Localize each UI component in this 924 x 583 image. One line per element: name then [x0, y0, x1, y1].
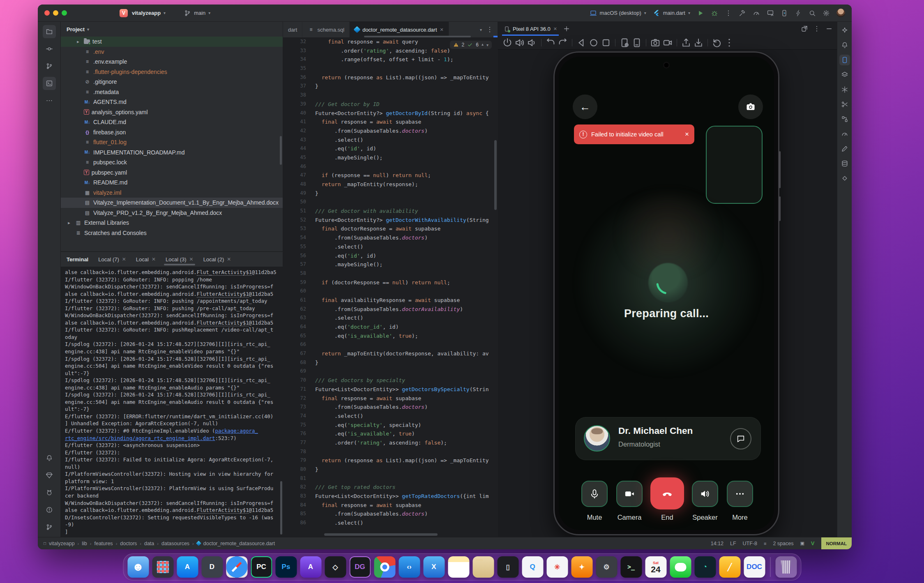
dock-item-settings[interactable]: ⚙ [596, 556, 617, 578]
breadcrumb-item[interactable]: data [144, 541, 154, 546]
dock-item-discord[interactable]: D [201, 556, 223, 578]
services-icon[interactable] [43, 469, 56, 482]
device-mirror-icon[interactable] [781, 9, 788, 17]
tree-item-vitalyze-prd-v1-2-by-engr-mejba-ahmed-docx[interactable]: ▤Vitalyze_PRD_v1.2_By_Engr_Mejba_Ahmed.d… [61, 208, 283, 218]
running-devices-icon[interactable] [839, 55, 850, 65]
snapshots-icon[interactable] [712, 38, 722, 48]
dock-item-launchpad[interactable] [152, 556, 173, 578]
tree-item-flutter-01-log[interactable]: ≡flutter_01.log [61, 137, 283, 147]
terminal-tab[interactable]: Terminal [67, 252, 88, 267]
chevron-down-icon[interactable]: ▾ [486, 43, 488, 47]
close-tab-icon[interactable]: ✕ [553, 26, 557, 32]
resource-manager-icon[interactable] [839, 143, 850, 154]
energy-profiler-icon[interactable] [795, 9, 802, 17]
mute-button[interactable] [581, 481, 608, 507]
version-control-icon[interactable] [43, 60, 56, 73]
run-config-selector[interactable]: main.dart ▾ [653, 9, 690, 17]
breadcrumb-item[interactable]: doctors [120, 541, 137, 546]
tree-item-external-libraries[interactable]: ▸▥External Libraries [61, 218, 283, 228]
terminal-tab[interactable]: Local✕ [136, 252, 156, 267]
error-toast[interactable]: ! Failed to initialize video call × [574, 124, 694, 144]
indent-setting[interactable]: 2 spaces [773, 541, 793, 546]
power-icon[interactable] [502, 38, 513, 48]
dock-item-unity[interactable]: ◇ [325, 556, 346, 578]
tree-item-test[interactable]: ▸test [61, 37, 283, 47]
scrollbar[interactable] [494, 140, 497, 210]
device-manager-icon[interactable] [839, 69, 850, 80]
notifications-icon[interactable] [43, 452, 56, 465]
tree-item-analysis-options-yaml[interactable]: Yanalysis_options.yaml [61, 107, 283, 118]
nav-home-icon[interactable] [588, 38, 599, 48]
app-inspection-icon[interactable] [839, 99, 850, 110]
dock-item-trash[interactable] [775, 556, 797, 578]
volume-up-icon[interactable] [514, 38, 525, 48]
tree-item-readme-md[interactable]: M↓README.md [61, 177, 283, 188]
device-target-selector[interactable]: macOS (desktop) ▾ [590, 9, 646, 17]
dock-item-vscode[interactable]: ‹› [399, 556, 420, 578]
dock-item-quicktime[interactable]: Q [522, 556, 543, 578]
tree-item-implementation-roadmap-md[interactable]: M↓IMPLEMENTATION_ROADMAP.md [61, 147, 283, 158]
tree-item--metadata[interactable]: ≡.metadata [61, 87, 283, 97]
share-icon[interactable] [681, 38, 691, 48]
ai-assistant-icon[interactable] [839, 25, 850, 36]
end-button[interactable] [650, 477, 684, 509]
screen-record-icon[interactable] [662, 38, 673, 48]
close-tab-icon[interactable]: ✕ [122, 256, 126, 262]
nav-back-icon[interactable] [576, 38, 587, 48]
minimize-button[interactable] [53, 10, 58, 16]
terminal-output[interactable]: alse callback=io.flutter.embedding.andro… [61, 267, 283, 537]
settings-icon[interactable] [823, 9, 830, 17]
logcat-icon[interactable] [839, 114, 850, 124]
toast-close-icon[interactable]: × [685, 130, 689, 138]
dock-item-app-store[interactable]: A [177, 556, 198, 578]
dock-item-messages[interactable] [670, 556, 691, 578]
dock-item-datagrip[interactable]: DG [349, 556, 371, 578]
profiler-icon[interactable] [753, 9, 760, 17]
dock-item-finder[interactable]: ☻ [127, 556, 149, 578]
close-button[interactable] [44, 10, 50, 16]
dock-item-xcode[interactable]: X [423, 556, 445, 578]
notifications-icon[interactable] [839, 40, 850, 51]
tree-item-firebase-json[interactable]: {}firebase.json [61, 127, 283, 138]
chevron-down-icon[interactable]: ▾ [480, 28, 482, 32]
code-area[interactable]: 32 final response = await query33 .order… [283, 37, 498, 537]
chat-button[interactable] [730, 428, 751, 449]
tree-item--flutter-plugins-dependencies[interactable]: ≡.flutter-plugins-dependencies [61, 67, 283, 77]
editor-more-icon[interactable] [486, 26, 493, 33]
inspections-widget[interactable]: 2 6 ▾ ▾ [450, 41, 492, 49]
terminal-tab[interactable]: Local (2)✕ [203, 252, 231, 267]
close-tab-icon[interactable]: ✕ [152, 256, 156, 262]
search-icon[interactable] [809, 9, 816, 17]
git-icon[interactable] [43, 521, 56, 534]
dock-item-affinity[interactable]: A [300, 556, 321, 578]
tree-item--env[interactable]: ≡.env [61, 47, 283, 57]
dock-item-chrome[interactable] [374, 556, 395, 578]
tree-item--gitignore[interactable]: ⊘.gitignore [61, 77, 283, 87]
scrollbar[interactable] [324, 533, 438, 536]
flip-camera-button[interactable] [738, 94, 763, 119]
breadcrumb-item[interactable]: vitalyzeapp [49, 541, 75, 546]
problems-icon[interactable] [43, 503, 56, 516]
dock-item-doc-app[interactable]: DOC [744, 556, 765, 578]
back-button[interactable]: ← [573, 94, 597, 119]
cursor-position[interactable]: 14:12 [711, 541, 724, 546]
rotate-left-icon[interactable] [545, 38, 556, 48]
soft-keyboard-icon[interactable] [631, 38, 642, 48]
device-settings-icon[interactable] [619, 38, 630, 48]
scrollbar[interactable] [280, 481, 282, 535]
debug-button[interactable] [711, 9, 718, 17]
close-tab-icon[interactable]: ✕ [440, 27, 444, 32]
rotate-right-icon[interactable] [558, 38, 568, 48]
install-icon[interactable] [693, 38, 704, 48]
encoding[interactable]: UTF-8 [743, 541, 757, 546]
line-ending[interactable]: LF [730, 541, 736, 546]
open-window-icon[interactable] [801, 25, 808, 32]
github-copilot-icon[interactable] [43, 486, 56, 499]
volume-down-icon[interactable] [527, 38, 537, 48]
tree-item-pubspec-lock[interactable]: ≡pubspec.lock [61, 157, 283, 168]
nav-overview-icon[interactable] [601, 38, 611, 48]
screenshot-icon[interactable] [650, 38, 661, 48]
hide-icon[interactable] [825, 25, 833, 32]
dock-item-pinwheel[interactable]: ✳ [546, 556, 568, 578]
tree-item-pubspec-yaml[interactable]: Ypubspec.yaml [61, 168, 283, 178]
